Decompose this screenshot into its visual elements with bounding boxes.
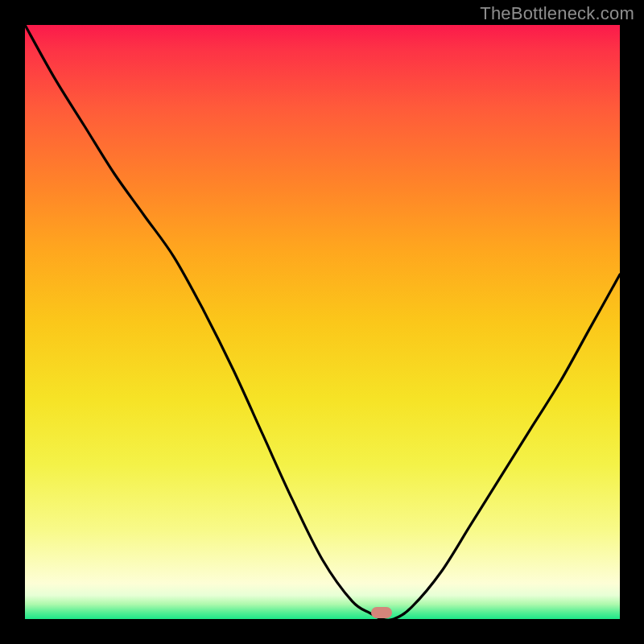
minimum-marker: [371, 607, 392, 618]
bottleneck-curve: [25, 25, 620, 619]
watermark-text: TheBottleneck.com: [480, 3, 634, 24]
plot-area: [25, 25, 620, 619]
curve-svg: [25, 25, 620, 619]
chart-container: TheBottleneck.com: [0, 0, 644, 644]
